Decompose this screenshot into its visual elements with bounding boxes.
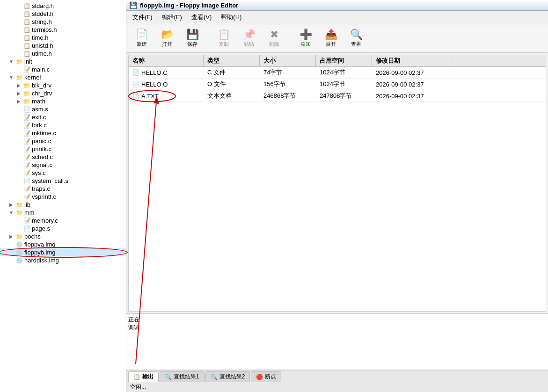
window-title: floppyb.img - Floppy Image Editor [140,2,238,9]
expander-icon[interactable]: ▼ [7,59,15,64]
tree-item-label: printk.c [32,145,51,152]
tree-item-stddef[interactable]: 📋stddef.h [0,10,126,18]
btn-open-label: 打开 [162,41,172,48]
folder-icon: 📁 [22,90,31,97]
tree-item-init[interactable]: ▼📁init [0,58,126,65]
tree-item-label: main.c [32,66,50,73]
expander-icon[interactable]: ▶ [15,99,22,104]
btn-save[interactable]: 💾 保存 [181,26,204,51]
c-file-icon: 📝 [22,170,31,176]
tree-item-panic_c[interactable]: 📝panic.c [0,137,126,145]
tree-item-label: mm [24,209,35,216]
tree-item-time[interactable]: 📋time.h [0,34,126,42]
btn-open[interactable]: 📂 打开 [155,26,179,51]
h-file-icon: 📋 [22,35,31,41]
btn-expand[interactable]: 📤 展开 [319,26,343,51]
tree-item-memory_c[interactable]: 📝memory.c [0,217,126,225]
tree-item-label: string.h [32,18,52,25]
c-file-icon: 📝 [22,218,31,224]
btn-delete[interactable]: ✖ 删除 [263,26,286,51]
tree-item-utime[interactable]: 📋utime.h [0,50,126,58]
tree-item-asm_s[interactable]: 📄asm.s [0,105,126,113]
tree-item-blk_drv[interactable]: ▶📁blk_drv [0,81,126,89]
tree-item-label: vsprintf.c [32,193,56,200]
btn-save-label: 保存 [187,41,197,48]
expander-icon[interactable]: ▼ [7,210,15,215]
tree-item-label: sched.c [32,153,53,160]
menu-edit[interactable]: 编辑(E) [158,12,186,23]
tree-item-bochs[interactable]: ▶📁bochs [0,232,126,240]
tab-tab-output[interactable]: 📋输出 [128,371,159,382]
menu-file[interactable]: 文件(F) [128,12,157,23]
tab-tab-find2[interactable]: 🔍查找结果2 [205,371,250,382]
tree-item-math[interactable]: ▶📁math [0,97,126,105]
tab-icon: 🔴 [256,374,263,380]
file-size-cell: 246868字节 [260,90,316,102]
folder-icon: 📁 [15,58,23,65]
tree-item-lib[interactable]: ▶📁lib [0,201,126,209]
tree-item-kernel[interactable]: ▼📁kernel [0,73,126,81]
tree-item-stdarg[interactable]: 📋stdarg.h [0,2,126,10]
btn-delete-label: 删除 [269,41,279,48]
btn-add[interactable]: ➕ 添加 [294,26,317,51]
tree-item-signal_c[interactable]: 📝signal.c [0,161,126,169]
c-file-icon: 📝 [22,114,31,121]
h-file-icon: 📋 [22,3,31,9]
tree-item-main_c[interactable]: 📝main.c [0,65,126,73]
tree-item-label: lib [24,201,30,208]
c-file-icon: 📝 [22,66,31,73]
file-used-cell: 1024字节 [316,79,372,90]
tree-item-vsprintf_c[interactable]: 📝vsprintf.c [0,193,126,201]
tree-item-sched_c[interactable]: 📝sched.c [0,153,126,161]
btn-paste-label: 粘贴 [244,41,254,48]
menu-view[interactable]: 查看(V) [187,12,216,23]
tree-item-chr_drv[interactable]: ▶📁chr_drv [0,89,126,97]
btn-copy[interactable]: 📋 复制 [212,26,235,51]
tree-item-mm[interactable]: ▼📁mm [0,209,126,217]
expander-icon[interactable]: ▶ [7,234,15,239]
tree-item-label: page.s [32,225,50,232]
folder-icon: 📁 [22,98,31,105]
tree-item-mktime_c[interactable]: 📝mktime.c [0,129,126,137]
paste-icon: 📌 [243,29,256,40]
col-header-used[interactable]: 占用空间 [316,55,372,66]
col-header-size[interactable]: 大小 [260,55,316,66]
tree-item-unistd[interactable]: 📋unistd.h [0,42,126,50]
file-row[interactable]: 📄 A.TXT 文本文档 246868字节 247808字节 2026-09-0… [129,90,546,102]
tree-item-harddisk_img[interactable]: 💿harddisk.img [0,256,126,264]
tab-icon: 📋 [133,374,140,380]
tree-item-floppya_img[interactable]: 💿floppya.img [0,240,126,248]
file-tree[interactable]: 📋stdarg.h📋stddef.h📋string.h📋termios.h📋ti… [0,0,126,392]
tree-item-floppyb_img[interactable]: 💿floppyb.img [0,248,126,256]
col-header-date[interactable]: 修改日期 [372,55,456,66]
tree-item-exit_c[interactable]: 📝exit.c [0,113,126,121]
tree-item-system_call_s[interactable]: 📄system_call.s [0,177,126,185]
expander-icon[interactable]: ▶ [7,202,15,207]
btn-paste[interactable]: 📌 粘贴 [237,26,261,51]
expander-icon[interactable]: ▶ [15,83,22,88]
tree-item-sys_c[interactable]: 📝sys.c [0,169,126,177]
tree-item-traps_c[interactable]: 📝traps.c [0,185,126,193]
tree-item-printk_c[interactable]: 📝printk.c [0,145,126,153]
expander-icon[interactable]: ▼ [7,75,15,80]
tree-item-string[interactable]: 📋string.h [0,18,126,26]
file-row[interactable]: 📄 HELLO.C C 文件 74字节 1024字节 2026-09-00 02… [129,67,546,79]
output-line-2: 调试 [128,324,546,332]
btn-new[interactable]: 📄 新建 [130,26,153,51]
tree-item-page_s[interactable]: 📄page.s [0,225,126,232]
col-header-type[interactable]: 类型 [204,55,260,66]
tab-tab-breakpoint[interactable]: 🔴断点 [251,371,281,382]
tab-tab-find1[interactable]: 🔍查找结果1 [160,371,205,382]
menu-help[interactable]: 帮助(H) [217,12,246,23]
tree-item-termios[interactable]: 📋termios.h [0,26,126,34]
expander-icon[interactable]: ▶ [15,91,22,96]
tree-item-label: bochs [24,233,41,240]
tab-icon: 🔍 [211,374,218,380]
c-file-icon: 📝 [22,138,31,145]
col-header-name[interactable]: 名称 [129,55,204,66]
file-name-cell: 📄 HELLO.C [129,68,204,78]
file-row[interactable]: 📄 HELLO.O O 文件 156字节 1024字节 2026-09-00 0… [129,79,546,90]
btn-view-label: 查看 [351,41,361,48]
tree-item-fork_c[interactable]: 📝fork.c [0,121,126,129]
btn-view-file[interactable]: 🔍 查看 [344,26,368,51]
